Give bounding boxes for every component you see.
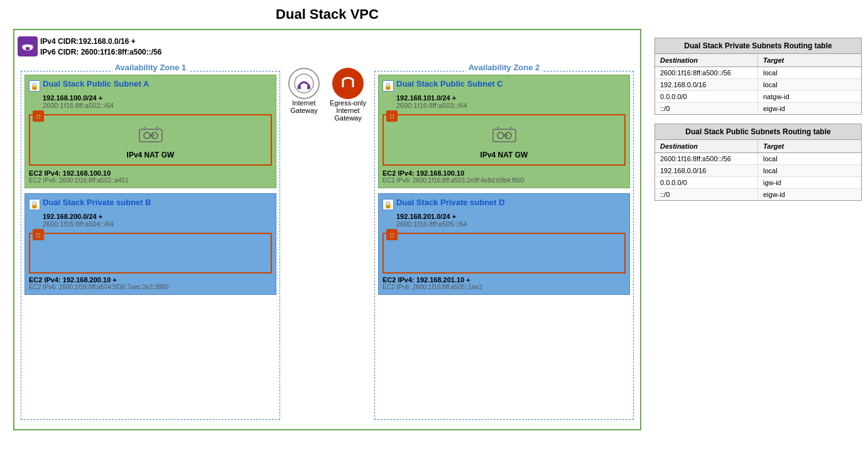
public-rt-col2: Target bbox=[758, 140, 861, 152]
az1-public-subnet-ipv6: 2600:1f16:8ff:a502::/64 bbox=[43, 102, 272, 109]
az1-ec2-box: □ bbox=[29, 233, 272, 274]
az2-private-subnet-name: Dual Stack Private subnet D bbox=[396, 198, 505, 207]
az2-nat-gw-label: IPv4 NAT GW bbox=[480, 151, 528, 159]
private-rt-col1: Destination bbox=[655, 54, 758, 67]
az1-private-ec2-ipv6: EC2 IPv6: 2600:1f16:8ff:a504:5f36:7aec:2… bbox=[29, 284, 272, 290]
routing-tables: Dual Stack Private Subnets Routing table… bbox=[654, 6, 862, 452]
az2-private-subnet: 🔒 Dual Stack Private subnet D 192.168.20… bbox=[378, 193, 630, 295]
rt-dest: 0.0.0.0/0 bbox=[655, 91, 758, 102]
private-subnet-lock-icon: 🔒 bbox=[29, 199, 40, 210]
az2-nat-gw-corner-icon: □ bbox=[386, 110, 398, 122]
az1-label: Availability Zone 1 bbox=[112, 63, 189, 72]
az2-nat-gw-svg bbox=[491, 120, 518, 148]
public-rt-col1: Destination bbox=[655, 140, 758, 152]
az2-public-subnet-ipv4: 192.168.101.0/24 + bbox=[396, 94, 626, 102]
az2-private-lock-icon: 🔒 bbox=[382, 199, 394, 210]
nat-gw-svg bbox=[137, 120, 165, 148]
table-row: 2600:1f16:8ff:a500::/56local bbox=[655, 67, 861, 79]
rt-dest: 192.168.0.0/16 bbox=[655, 79, 758, 90]
svg-point-18 bbox=[505, 132, 511, 139]
az1-public-subnet-header: 🔒 Dual Stack Public Subnet A bbox=[29, 79, 272, 92]
az2-private-subnet-ipv6: 2600:1f16:8ff:a505::/64 bbox=[396, 220, 626, 228]
private-rt-rows: 2600:1f16:8ff:a500::/56local192.168.0.0/… bbox=[655, 67, 861, 114]
az2-label: Availability Zone 2 bbox=[466, 63, 543, 72]
private-rt-col2: Target bbox=[758, 54, 861, 67]
table-row: ::/0eigw-id bbox=[655, 189, 861, 200]
rt-dest: ::/0 bbox=[655, 103, 758, 114]
table-row: ::/0eigw-id bbox=[655, 103, 861, 114]
nat-gw-corner-icon: □ bbox=[33, 110, 44, 122]
ec2-corner-icon: □ bbox=[33, 229, 44, 240]
vpc-box: IPv4 CIDR:192.168.0.0/16 + IPv6 CIDR: 26… bbox=[13, 29, 641, 430]
az1-private-subnet-header: 🔒 Dual Stack Private subnet B bbox=[29, 198, 272, 210]
rt-target: eigw-id bbox=[758, 189, 861, 200]
az1-private-subnet-name: Dual Stack Private subnet B bbox=[43, 198, 151, 207]
table-row: 192.168.0.0/16local bbox=[655, 79, 861, 91]
rt-dest: 192.168.0.0/16 bbox=[655, 165, 758, 176]
vpc-ipv4-cidr: IPv4 CIDR:192.168.0.0/16 + bbox=[40, 36, 161, 47]
svg-rect-10 bbox=[156, 127, 158, 130]
diagram-area: Dual Stack VPC IPv4 CIDR:192.168.0.0/16 bbox=[6, 6, 648, 452]
az2-private-subnet-header: 🔒 Dual Stack Private subnet D bbox=[382, 198, 626, 210]
az2-nat-gw-box: □ IPv4 NAT GW bbox=[382, 114, 626, 166]
eigw-icon bbox=[332, 68, 364, 99]
rt-target: local bbox=[758, 67, 861, 78]
az2-public-ec2-ipv4: EC2 IPv4: 192.168.100.10 bbox=[382, 169, 626, 177]
rt-dest: ::/0 bbox=[655, 189, 758, 200]
rt-dest: 0.0.0.0/0 bbox=[655, 177, 758, 188]
az1-public-subnet-name: Dual Stack Public Subnet A bbox=[43, 79, 149, 88]
az2-subnet-lock-icon: 🔒 bbox=[382, 80, 394, 92]
gateway-icons: Internet Gateway bbox=[288, 68, 366, 122]
az2-public-subnet: 🔒 Dual Stack Public Subnet C 192.168.101… bbox=[378, 75, 630, 188]
az2-column: Availability Zone 2 🔒 Dual Stack Public … bbox=[374, 71, 634, 420]
gateway-area: Internet Gateway bbox=[288, 68, 366, 122]
igw-icon bbox=[288, 68, 320, 99]
rt-target: igw-id bbox=[758, 177, 861, 188]
svg-rect-3 bbox=[26, 47, 30, 50]
az1-private-ec2-ipv4: EC2 IPv4: 192.168.200.10 + bbox=[29, 276, 272, 284]
egress-only-gateway: Egress-only Internet Gateway bbox=[330, 68, 366, 122]
rt-target: local bbox=[758, 165, 861, 176]
eigw-label: Egress-only Internet Gateway bbox=[330, 99, 366, 122]
svg-point-17 bbox=[497, 132, 504, 139]
az1-public-ec2-ipv6: EC2 IPv6: 2600:1f16:8ff:a502::a451 bbox=[29, 177, 272, 184]
subnet-lock-icon: 🔒 bbox=[29, 80, 40, 92]
az2-public-subnet-ipv6: 2600:1f16:8ff:a503::/64 bbox=[396, 102, 626, 109]
az1-nat-gw-label: IPv4 NAT GW bbox=[127, 151, 175, 159]
az2-ec2-box: □ bbox=[382, 233, 626, 274]
rt-dest: 2600:1f16:8ff:a500::/56 bbox=[655, 67, 758, 78]
svg-rect-6 bbox=[307, 86, 310, 89]
rt-target: local bbox=[758, 79, 861, 90]
table-row: 0.0.0.0/0igw-id bbox=[655, 177, 861, 189]
vpc-cidr: IPv4 CIDR:192.168.0.0/16 + IPv6 CIDR: 26… bbox=[40, 36, 161, 58]
az1-public-subnet-ipv4: 192.168.100.0/24 + bbox=[43, 94, 272, 102]
private-routing-table-header: Destination Target bbox=[655, 54, 861, 67]
private-routing-table-title: Dual Stack Private Subnets Routing table bbox=[655, 38, 861, 54]
az2-public-subnet-name: Dual Stack Public Subnet C bbox=[396, 79, 503, 88]
table-row: 192.168.0.0/16local bbox=[655, 165, 861, 177]
az1-nat-gw-box: □ IPv4 NAT GW bbox=[29, 114, 272, 166]
rt-dest: 2600:1f16:8ff:a500::/56 bbox=[655, 153, 758, 164]
az1-private-subnet-ipv6: 2600:1f16:8ff:a504::/64 bbox=[43, 220, 272, 228]
az1-column: Availability Zone 1 🔒 Dual Stack Public … bbox=[21, 71, 280, 420]
az1-public-ec2-ipv4: EC2 IPv4: 192.168.100.10 bbox=[29, 169, 272, 177]
svg-rect-16 bbox=[509, 127, 512, 130]
az1-private-subnet-ipv4: 192.168.200.0/24 + bbox=[43, 213, 272, 220]
svg-point-11 bbox=[144, 132, 150, 139]
internet-gateway: Internet Gateway bbox=[288, 68, 320, 114]
private-routing-table: Dual Stack Private Subnets Routing table… bbox=[654, 38, 862, 115]
az2-public-ec2-ipv6: EC2 IPv6: 2600:1f16:8ff:a503:2e9f:4e8d:b… bbox=[382, 177, 626, 184]
svg-rect-15 bbox=[497, 127, 499, 130]
svg-point-12 bbox=[151, 132, 158, 139]
rt-target: eigw-id bbox=[758, 103, 861, 114]
rt-target: local bbox=[758, 153, 861, 164]
vpc-icon bbox=[18, 36, 38, 56]
az2-public-subnet-header: 🔒 Dual Stack Public Subnet C bbox=[382, 79, 626, 92]
svg-rect-9 bbox=[143, 127, 146, 130]
public-rt-rows: 2600:1f16:8ff:a500::/56local192.168.0.0/… bbox=[655, 153, 861, 200]
az1-public-subnet: 🔒 Dual Stack Public Subnet A 192.168.100… bbox=[24, 75, 276, 188]
az2-private-ec2-ipv4: EC2 IPv4: 192.168.201.10 + bbox=[382, 276, 626, 284]
az2-ec2-corner-icon: □ bbox=[386, 229, 398, 240]
az2-private-ec2-ipv6: EC2 IPv6: 2600:1f16:8ff:a505::1ee2 bbox=[382, 284, 626, 290]
public-routing-table: Dual Stack Public Subnets Routing table … bbox=[654, 124, 862, 201]
